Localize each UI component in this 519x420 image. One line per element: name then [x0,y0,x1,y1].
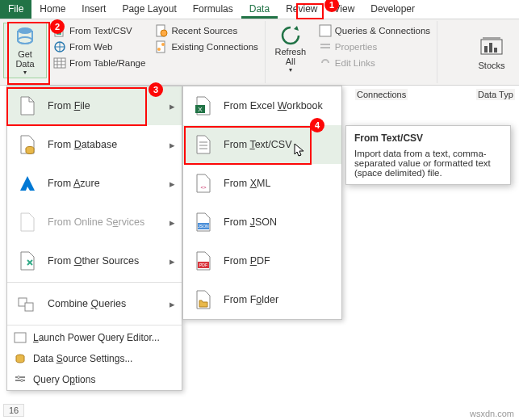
mouse-cursor-icon [294,143,307,160]
chevron-right-icon: ▸ [170,298,175,310]
tooltip-body: Import data from a text, comma-separated… [354,149,502,178]
svg-rect-5 [54,58,65,68]
settings-icon [14,352,27,365]
tab-data[interactable]: Data [241,0,278,19]
edit-links-icon [319,57,332,69]
svg-point-1 [18,37,32,44]
svg-rect-13 [320,47,330,48]
svg-text:<>: <> [200,185,207,190]
tab-insert[interactable]: Insert [73,0,114,19]
from-pdf-item[interactable]: PDF From PDF [183,242,341,280]
svg-point-22 [18,376,20,379]
svg-point-7 [161,30,167,36]
chevron-down-icon: ▾ [23,69,27,76]
launch-pq-item[interactable]: Launch Power Query Editor... [7,327,182,348]
svg-rect-12 [320,44,330,45]
tooltip: From Text/CSV Import data from a text, c… [345,125,511,185]
svg-point-9 [157,48,161,51]
chevron-right-icon: ▸ [170,139,175,151]
tooltip-title: From Text/CSV [354,132,502,144]
json-icon: JSON [193,212,214,233]
refresh-icon [279,24,302,47]
combine-queries-item[interactable]: Combine Queries ▸ [7,284,182,323]
folder-icon [193,289,214,310]
svg-text:JSON: JSON [198,224,209,229]
tab-home[interactable]: Home [31,0,73,19]
text-csv-icon [193,134,214,155]
from-online-item: From Online Services ▸ [7,203,182,242]
from-xml-item[interactable]: <> From XML [183,164,341,203]
ribbon: Get Data ▾ From Text/CSV From Web From T… [0,19,519,86]
pdf-icon: PDF [193,250,214,271]
callout-4: 4 [310,118,324,132]
stocks-icon [479,35,504,59]
properties-cmd: Properties [316,39,433,55]
recent-sources-cmd[interactable]: Recent Sources [152,23,261,39]
chevron-right-icon: ▸ [170,178,175,190]
watermark: wsxdn.com [470,409,514,418]
xml-icon: <> [193,173,214,194]
chevron-right-icon: ▸ [170,216,175,229]
database-icon [14,25,36,48]
combine-icon [17,293,38,314]
online-icon [17,212,38,233]
svg-text:PDF: PDF [199,262,207,267]
excel-icon: X [193,95,214,116]
tab-formulas[interactable]: Formulas [185,0,241,19]
get-data-label: Get Data [15,49,34,69]
options-icon [14,373,27,386]
refresh-all-button[interactable]: Refresh All ▾ [269,23,312,82]
svg-point-23 [21,380,23,382]
svg-text:X: X [198,106,203,113]
existing-conn-cmd[interactable]: Existing Connections [152,39,261,55]
tab-pagelayout[interactable]: Page Layout [114,0,184,19]
queries-cmd[interactable]: Queries & Connections [316,23,433,39]
from-json-item[interactable]: JSON From JSON [183,203,341,242]
properties-icon [319,40,332,53]
callout-3: 3 [149,82,163,97]
callout-2: 2 [50,19,65,34]
from-database-item[interactable]: From Database ▸ [7,125,182,164]
file-icon [17,95,38,116]
queries-icon [319,24,332,37]
from-web-cmd[interactable]: From Web [50,39,149,55]
svg-rect-17 [25,303,33,311]
database-icon [17,134,38,155]
chevron-right-icon: ▸ [170,100,175,112]
data-source-settings-item[interactable]: Data Source Settings... [7,348,182,369]
tab-review[interactable]: Review [278,0,325,19]
azure-icon [17,173,38,194]
svg-point-0 [18,27,32,34]
group-connections-label: Connections [355,89,408,100]
get-data-button[interactable]: Get Data ▾ [3,23,47,78]
from-table-cmd[interactable]: From Table/Range [50,55,149,71]
table-icon [53,57,66,69]
from-other-item[interactable]: From Other Sources ▸ [7,242,182,280]
query-options-item[interactable]: Query Options [7,369,182,390]
edit-links-cmd: Edit Links [316,55,433,71]
svg-point-10 [161,43,165,46]
chevron-down-icon: ▾ [289,66,292,74]
chevron-right-icon: ▸ [170,255,175,267]
other-icon [17,250,38,271]
from-folder-item[interactable]: From Folder [183,280,341,319]
row-number: 16 [3,404,24,417]
globe-icon [53,40,66,53]
tab-developer[interactable]: Developer [362,0,423,19]
from-text-csv-cmd[interactable]: From Text/CSV [50,23,149,39]
svg-rect-11 [320,25,331,36]
svg-rect-18 [15,333,26,342]
tab-file[interactable]: File [0,0,31,19]
connections-icon [155,40,168,53]
launch-icon [14,331,27,344]
get-data-menu: From File ▸ From Database ▸ From Azure ▸… [6,86,182,391]
from-azure-item[interactable]: From Azure ▸ [7,164,182,203]
recent-icon [155,24,168,37]
group-datatypes-label: Data Typ [476,89,515,100]
stocks-button[interactable]: Stocks [467,33,516,72]
